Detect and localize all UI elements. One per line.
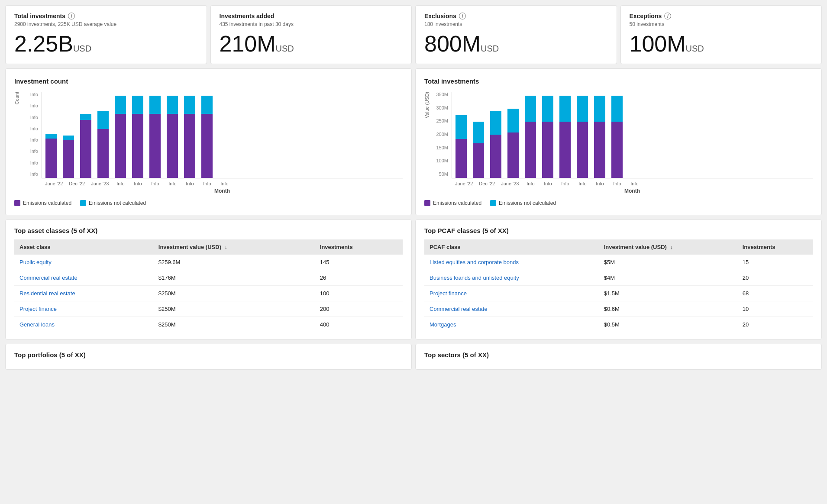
x-label: Info (115, 181, 126, 186)
table-row: Business loands and unlisted equity $4M … (424, 270, 813, 286)
info-icon[interactable]: i (459, 13, 466, 19)
legend-swatch-blue (490, 200, 496, 206)
kpi-value: 100MUSD (630, 32, 813, 55)
x-axis-title: Month (452, 188, 813, 194)
x-label: Info (132, 181, 143, 186)
sort-icon: ↓ (670, 244, 673, 250)
legend-label: Emissions not calculated (499, 200, 556, 206)
investments-count: 20 (737, 317, 813, 333)
investment-value: $250M (153, 317, 315, 333)
bar-segment-blue (577, 96, 588, 122)
pcaf-class-link[interactable]: Business loands and unlisted equity (430, 275, 519, 281)
investments-count: 20 (737, 270, 813, 286)
bar-segment-purple (201, 114, 213, 178)
kpi-value: 210MUSD (220, 32, 403, 55)
asset-class-link[interactable]: General loans (19, 321, 55, 328)
investments-count: 100 (315, 286, 403, 301)
kpi-subtitle: 50 investments (630, 21, 813, 27)
legend-item-not-calculated: Emissions not calculated (490, 200, 556, 206)
kpi-label: Investments added (220, 13, 275, 19)
info-icon[interactable]: i (68, 13, 75, 19)
kpi-title: Investments added (220, 13, 403, 19)
bar-segment-purple (184, 114, 195, 178)
x-label: June '22 (455, 181, 473, 186)
y-axis: Info Info Info Info Info Info Info Info (22, 92, 42, 187)
table-header-row: PCAF class Investment value (USD) ↓ Inve… (424, 239, 813, 255)
bar-segment-blue (201, 96, 213, 114)
asset-classes-table: Asset class Investment value (USD) ↓ Inv… (14, 239, 403, 332)
total-investments-chart-card: Total investments Value (USD) 350M 300M … (415, 68, 822, 215)
chart-body: June '22Dec '22June '23InfoInfoInfoInfoI… (452, 92, 813, 194)
bottom-card-sectors: Top sectors (5 of XX) (415, 344, 822, 370)
bar-segment-blue (80, 114, 91, 120)
bar-group (132, 92, 143, 178)
x-label: Info (184, 181, 195, 186)
table-row: Project finance $250M 200 (14, 301, 403, 317)
bar-segment-blue (525, 96, 536, 122)
y-axis-label: Value (USD) (424, 92, 430, 118)
bar-segment-blue (184, 96, 195, 114)
info-icon[interactable]: i (664, 13, 671, 19)
pcaf-class-link[interactable]: Commercial real estate (430, 306, 488, 312)
asset-class-link[interactable]: Public equity (19, 259, 52, 265)
bar-segment-blue (63, 136, 74, 140)
pcaf-classes-tbody: Listed equities and corporate bonds $5M … (424, 255, 813, 332)
table-card-title: Top asset classes (5 of XX) (14, 227, 403, 234)
kpi-label: Exclusions (424, 13, 456, 19)
col-investments: Investments (315, 239, 403, 255)
asset-class-link[interactable]: Residential real estate (19, 290, 75, 297)
asset-class-link[interactable]: Project finance (19, 306, 57, 312)
kpi-subtitle: 180 investments (424, 21, 608, 27)
investment-value: $250M (153, 301, 315, 317)
table-row: Public equity $259.6M 145 (14, 255, 403, 270)
pcaf-class-link[interactable]: Mortgages (430, 321, 456, 328)
chart-legend: Emissions calculated Emissions not calcu… (14, 200, 403, 206)
pcaf-class-link[interactable]: Listed equities and corporate bonds (430, 259, 519, 265)
kpi-card-exceptions: Exceptions i 50 investments 100MUSD (620, 5, 822, 64)
x-label: Dec '22 (69, 181, 85, 186)
bar-segment-blue (594, 96, 605, 122)
kpi-card-total-investments: Total investments i 2900 investments, 22… (5, 5, 207, 64)
table-card-title: Top PCAF classes (5 of XX) (424, 227, 813, 234)
y-axis: 350M 300M 250M 200M 150M 100M 50M (432, 92, 452, 187)
investments-count: 400 (315, 317, 403, 333)
bar-segment-purple (507, 132, 519, 178)
table-row: Residential real estate $250M 100 (14, 286, 403, 301)
asset-classes-table-card: Top asset classes (5 of XX) Asset class … (5, 220, 412, 339)
col-investment-value[interactable]: Investment value (USD) ↓ (599, 239, 737, 255)
kpi-subtitle: 2900 investments, 225K USD average value (14, 21, 198, 27)
bar-group (80, 92, 91, 178)
kpi-amount: 800M (424, 31, 481, 56)
bars-container (42, 92, 403, 178)
pcaf-class-link[interactable]: Project finance (430, 290, 467, 297)
x-label: Info (542, 181, 553, 186)
investments-count: 145 (315, 255, 403, 270)
bar-segment-purple (115, 114, 126, 178)
col-investment-value[interactable]: Investment value (USD) ↓ (153, 239, 315, 255)
bottom-card-title: Top portfolios (5 of XX) (14, 351, 403, 359)
x-label: Info (167, 181, 178, 186)
legend-item-calculated: Emissions calculated (14, 200, 71, 206)
investment-value: $0.6M (599, 301, 737, 317)
x-label: June '23 (91, 181, 109, 186)
bar-group (542, 92, 553, 178)
legend-label: Emissions calculated (433, 200, 481, 206)
bar-segment-blue (97, 111, 109, 129)
chart-title: Total investments (424, 78, 813, 85)
bar-segment-blue (473, 122, 484, 143)
bar-segment-purple (594, 122, 605, 178)
bar-group (473, 92, 484, 178)
bar-segment-purple (525, 122, 536, 178)
y-axis-label: Count (14, 92, 19, 104)
bar-group (167, 92, 178, 178)
x-label: Info (577, 181, 588, 186)
bar-segment-purple (559, 122, 571, 178)
bar-segment-blue (542, 96, 553, 122)
asset-class-link[interactable]: Commercial real estate (19, 275, 78, 281)
bar-segment-blue (490, 111, 501, 135)
bar-segment-purple (577, 122, 588, 178)
bar-group (611, 92, 623, 178)
investment-value: $259.6M (153, 255, 315, 270)
bar-group (490, 92, 501, 178)
tables-row: Top asset classes (5 of XX) Asset class … (5, 220, 822, 339)
